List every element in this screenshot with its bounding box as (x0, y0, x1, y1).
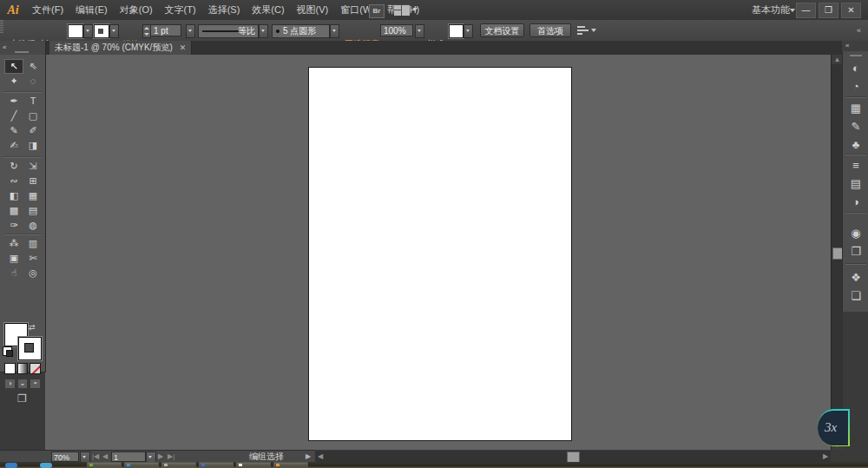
menu-select[interactable]: 选择(S) (202, 0, 247, 20)
arrange-documents-icon[interactable] (394, 4, 410, 16)
column-graph-tool[interactable]: ▥ (23, 236, 43, 251)
artboard-tool[interactable]: ▣ (4, 251, 23, 266)
pencil-tool[interactable]: ✐ (23, 123, 43, 138)
transparency-panel-icon[interactable]: ◑ (843, 193, 868, 211)
blend-tool[interactable]: ◍ (23, 218, 43, 233)
draw-inside-mode[interactable]: ◓ (30, 379, 41, 389)
selection-tool[interactable]: ↖ (4, 59, 23, 74)
horizontal-scrollbar[interactable]: ◀ ▶ (315, 451, 831, 462)
dock-header[interactable]: « (842, 41, 868, 51)
artboard[interactable] (308, 67, 572, 441)
magic-wand-tool[interactable]: ✦ (4, 74, 23, 89)
stroke-weight-dropdown[interactable] (186, 24, 195, 38)
perspective-grid-tool[interactable]: ▦ (23, 188, 43, 203)
taskbar-window-3[interactable] (161, 462, 196, 467)
last-artboard-button[interactable]: ▶| (168, 452, 174, 462)
graphic-styles-panel-icon[interactable]: ❐ (843, 242, 868, 260)
draw-normal-mode[interactable]: ◑ (4, 379, 16, 389)
align-chevron-down-icon[interactable] (591, 29, 596, 32)
taskbar-window-1[interactable] (87, 462, 122, 467)
eraser-tool[interactable]: ◨ (23, 138, 43, 153)
bridge-icon[interactable]: Br (369, 4, 385, 18)
stroke-profile-dropdown[interactable] (259, 24, 268, 38)
draw-behind-mode[interactable]: ◒ (17, 379, 29, 389)
rotate-tool[interactable]: ↻ (4, 159, 23, 174)
graphic-style-swatch[interactable] (449, 24, 464, 38)
shape-builder-tool[interactable]: ◧ (4, 188, 23, 203)
control-bar-grip[interactable] (0, 20, 3, 34)
tools-panel-grip[interactable] (15, 51, 29, 53)
stroke-panel-icon[interactable]: ≡ (843, 156, 868, 175)
close-icon[interactable]: ✕ (180, 43, 187, 52)
stroke-color-swatch[interactable] (94, 24, 109, 38)
default-colors-icon[interactable] (3, 346, 12, 356)
stroke-profile-select[interactable]: 等比 (198, 24, 259, 38)
brushes-panel-icon[interactable]: ✎ (843, 117, 868, 135)
tools-collapse-icon[interactable]: « (3, 43, 6, 51)
gradient-color-mode[interactable] (17, 363, 29, 374)
pen-tool[interactable]: ✒ (4, 94, 23, 109)
blob-brush-tool[interactable]: ✍ (4, 138, 23, 153)
rectangle-tool[interactable]: ▢ (23, 109, 43, 123)
taskbar-window-4[interactable] (199, 462, 233, 467)
opacity-dropdown[interactable] (415, 24, 424, 38)
brush-definition-dropdown[interactable] (330, 24, 339, 38)
brush-definition-select[interactable]: 5 点圆形 (272, 24, 330, 38)
zoom-tool[interactable]: ◎ (23, 266, 43, 280)
document-setup-button[interactable]: 文档设置 (480, 23, 524, 37)
appearance-panel-icon[interactable]: ◉ (843, 224, 868, 242)
minimize-button[interactable]: — (796, 3, 816, 18)
fill-color-swatch[interactable] (68, 24, 83, 38)
line-segment-tool[interactable]: ╱ (4, 109, 23, 123)
fill-color-mode[interactable] (4, 363, 16, 374)
symbols-panel-icon[interactable]: ♣ (843, 135, 868, 154)
stroke-swatch-dropdown[interactable] (109, 24, 119, 38)
graphic-style-dropdown[interactable] (464, 24, 473, 38)
swap-fill-stroke-icon[interactable]: ⇄ (29, 323, 36, 332)
artboards-panel-icon[interactable]: ❏ (843, 287, 868, 305)
stroke-color-box[interactable] (18, 337, 42, 360)
mesh-tool[interactable]: ▩ (4, 203, 23, 218)
menu-edit[interactable]: 编辑(E) (69, 0, 114, 20)
taskbar-window-5[interactable] (236, 462, 271, 467)
taskbar-window-6[interactable] (273, 462, 308, 467)
none-color-mode[interactable] (30, 363, 41, 374)
taskbar-window-2[interactable] (124, 462, 159, 467)
screen-mode-icon[interactable]: ❐ (15, 392, 30, 405)
dock-collapse-icon[interactable]: « (845, 42, 849, 49)
scroll-left-arrow[interactable]: ◀ (315, 452, 326, 461)
width-tool[interactable]: ∾ (4, 174, 23, 188)
restore-button[interactable]: ❐ (819, 3, 838, 18)
opacity-input[interactable]: 100% (380, 24, 413, 36)
free-transform-tool[interactable]: ⊞ (23, 174, 43, 188)
next-artboard-button[interactable]: ▶ (158, 452, 163, 462)
previous-artboard-button[interactable]: ◀ (102, 452, 108, 462)
fill-swatch-dropdown[interactable] (83, 24, 93, 38)
first-artboard-button[interactable]: |◀ (92, 452, 99, 462)
dock-grip[interactable] (850, 55, 862, 56)
control-bar-collapse-icon[interactable]: « (857, 26, 861, 35)
type-tool[interactable]: T (23, 94, 43, 109)
lasso-tool[interactable]: ◌ (23, 74, 43, 89)
tools-panel-header[interactable]: « (0, 41, 45, 55)
symbol-sprayer-tool[interactable]: ⁂ (4, 236, 23, 251)
menu-view[interactable]: 视图(V) (291, 0, 335, 20)
layers-panel-icon[interactable]: ❖ (843, 268, 868, 287)
hand-tool[interactable]: ☝ (4, 266, 23, 280)
taskbar-quick-2[interactable] (40, 463, 52, 468)
paintbrush-tool[interactable]: ✎ (4, 123, 23, 138)
gradient-tool[interactable]: ▤ (23, 203, 43, 218)
scale-tool[interactable]: ⇲ (23, 159, 43, 174)
arrange-chevron-down-icon[interactable] (412, 8, 418, 11)
scroll-right-arrow[interactable]: ▶ (820, 452, 831, 461)
taskbar-quick-1[interactable] (5, 463, 17, 468)
zoom-level-input[interactable]: 70% (51, 452, 79, 462)
menu-effect[interactable]: 效果(C) (246, 0, 290, 20)
status-popup-arrow-icon[interactable]: ▶ (306, 452, 311, 460)
color-panel-icon[interactable]: ◐ (843, 59, 868, 77)
direct-selection-tool[interactable]: ⇖ (23, 59, 43, 74)
stroke-weight-input[interactable]: 1 pt (150, 24, 181, 36)
canvas-area[interactable] (45, 55, 831, 450)
menu-type[interactable]: 文字(T) (159, 0, 202, 20)
color-guide-panel-icon[interactable]: ◔ (843, 77, 868, 96)
